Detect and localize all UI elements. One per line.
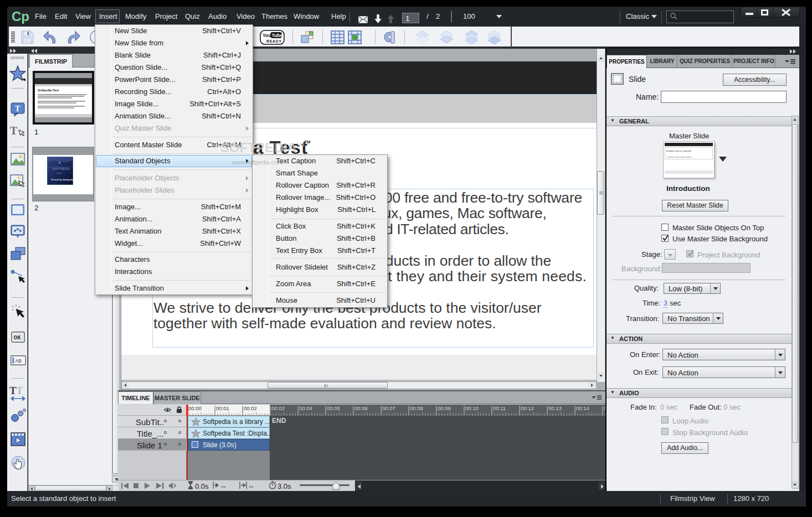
svg-text:00:14: 00:14 bbox=[576, 405, 589, 411]
svg-text:00:03: 00:03 bbox=[271, 405, 285, 411]
svg-text:AB: AB bbox=[16, 358, 22, 364]
svg-text:OK: OK bbox=[14, 334, 22, 341]
svg-text:00:06: 00:06 bbox=[354, 405, 368, 411]
svg-text:Tube: Tube bbox=[272, 33, 283, 38]
svg-text:00:09: 00:09 bbox=[438, 405, 451, 411]
svg-text:subtitle: subtitle bbox=[56, 172, 62, 174]
svg-text:00:12: 00:12 bbox=[521, 405, 534, 411]
svg-text:You: You bbox=[263, 33, 271, 38]
svg-text:READY: READY bbox=[266, 39, 282, 43]
svg-text:SOFTPEDIA: SOFTPEDIA bbox=[53, 168, 70, 170]
svg-text:T: T bbox=[10, 125, 18, 137]
svg-text:* Double-click to add subtitle: * Double-click to add subtitle bbox=[666, 156, 691, 158]
svg-text:00:15: 00:15 bbox=[604, 405, 605, 411]
svg-text:00:11: 00:11 bbox=[493, 405, 506, 411]
svg-text:Softpedia Test: Softpedia Test bbox=[38, 89, 59, 92]
svg-text:Double-click to add title: Double-click to add title bbox=[666, 149, 692, 152]
svg-text:00:04: 00:04 bbox=[299, 405, 312, 411]
svg-text:00:07: 00:07 bbox=[382, 405, 395, 411]
svg-text:00:10: 00:10 bbox=[465, 405, 479, 411]
svg-text:Tested by Softpedia: Tested by Softpedia bbox=[51, 178, 73, 181]
svg-text:00:05: 00:05 bbox=[327, 405, 340, 411]
svg-text:00:13: 00:13 bbox=[548, 405, 562, 411]
svg-text:T: T bbox=[15, 105, 20, 113]
svg-text:00:02: 00:02 bbox=[244, 405, 257, 411]
svg-text:T: T bbox=[16, 385, 23, 396]
svg-text:00:01: 00:01 bbox=[216, 405, 229, 411]
svg-text:00:08: 00:08 bbox=[410, 405, 423, 411]
svg-text:00:00: 00:00 bbox=[188, 405, 202, 411]
